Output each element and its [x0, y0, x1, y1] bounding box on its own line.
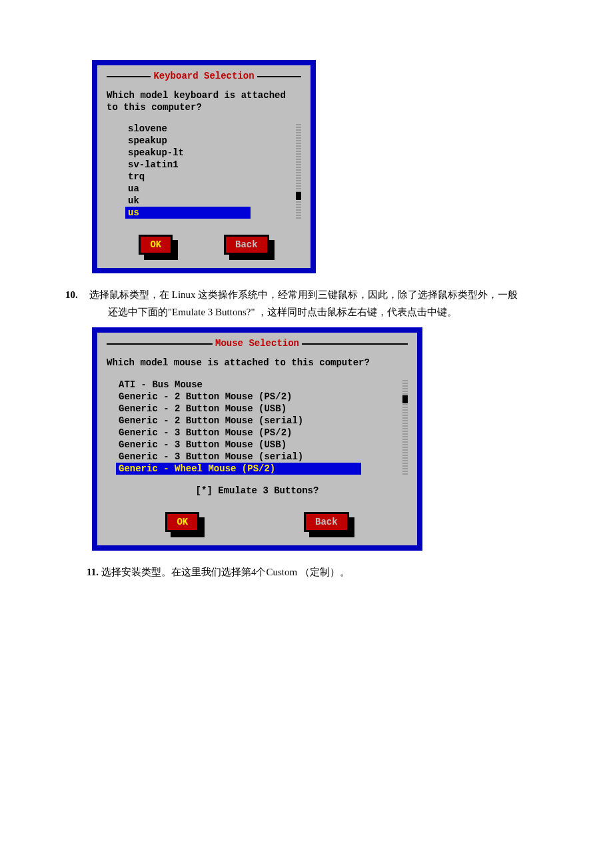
mouse-selection-dialog: Mouse Selection Which model mouse is att… [92, 327, 422, 550]
list-item[interactable]: Generic - 3 Button Mouse (PS/2) [116, 427, 398, 439]
list-item[interactable]: uk [125, 195, 292, 207]
emulate-checkbox-label: [*] Emulate 3 Buttons? [196, 485, 319, 496]
scrollbar-thumb[interactable] [402, 395, 408, 403]
step-11-text: 11.选择安装类型。在这里我们选择第4个Custom （定制）。 [87, 564, 526, 581]
ok-button[interactable]: OK [165, 512, 199, 532]
scrollbar[interactable] [402, 379, 408, 475]
emulate-checkbox[interactable]: [*] Emulate 3 Buttons? [107, 485, 408, 496]
ok-button[interactable]: OK [139, 235, 173, 255]
list-item[interactable]: speakup-lt [125, 147, 292, 159]
back-button-wrap: Back [304, 512, 349, 532]
list-item[interactable]: Generic - 2 Button Mouse (PS/2) [116, 391, 398, 403]
dialog-prompt: Which model keyboard is attached to this… [107, 89, 301, 113]
scrollbar-thumb[interactable] [296, 192, 301, 200]
list-item[interactable]: speakup [125, 135, 292, 147]
step-11-body: 选择安装类型。在这里我们选择第4个Custom （定制）。 [101, 567, 350, 577]
dialog-titlebar: Keyboard Selection [107, 71, 301, 83]
keyboard-selection-dialog: Keyboard Selection Which model keyboard … [92, 60, 316, 273]
list-item[interactable]: sv-latin1 [125, 159, 292, 171]
list-item[interactable]: Generic - 3 Button Mouse (USB) [116, 439, 398, 451]
list-item[interactable]: us [125, 207, 251, 219]
button-row: OK Back [107, 512, 408, 532]
keyboard-list[interactable]: slovenespeakupspeakup-ltsv-latin1trquauk… [125, 123, 292, 219]
dialog-panel: Keyboard Selection Which model keyboard … [97, 65, 310, 268]
dialog-titlebar: Mouse Selection [107, 338, 408, 350]
dialog-title: Keyboard Selection [151, 71, 257, 81]
ok-button-wrap: OK [139, 235, 173, 255]
keyboard-list-wrap: slovenespeakupspeakup-ltsv-latin1trquauk… [107, 123, 301, 219]
ok-button-wrap: OK [165, 512, 199, 532]
list-item[interactable]: Generic - 2 Button Mouse (USB) [116, 403, 398, 415]
dialog-panel: Mouse Selection Which model mouse is att… [97, 333, 417, 545]
step-11-num: 11. [87, 564, 99, 581]
list-item[interactable]: ua [125, 183, 292, 195]
step-10-text: 10.选择鼠标类型，在 Linux 这类操作系统中，经常用到三键鼠标，因此，除了… [87, 287, 526, 321]
list-item[interactable]: slovene [125, 123, 292, 135]
mouse-list-wrap: ATI - Bus MouseGeneric - 2 Button Mouse … [107, 379, 408, 475]
list-item[interactable]: trq [125, 171, 292, 183]
dialog-prompt: Which model mouse is attached to this co… [107, 357, 408, 369]
scrollbar[interactable] [296, 123, 301, 219]
back-button[interactable]: Back [304, 512, 349, 532]
button-row: OK Back [107, 235, 301, 255]
mouse-list[interactable]: ATI - Bus MouseGeneric - 2 Button Mouse … [116, 379, 398, 475]
step-10-body: 选择鼠标类型，在 Linux 这类操作系统中，经常用到三键鼠标，因此，除了选择鼠… [89, 289, 518, 317]
list-item[interactable]: Generic - 3 Button Mouse (serial) [116, 451, 398, 463]
list-item[interactable]: Generic - 2 Button Mouse (serial) [116, 415, 398, 427]
list-item[interactable]: ATI - Bus Mouse [116, 379, 398, 391]
back-button-wrap: Back [224, 235, 269, 255]
dialog-title: Mouse Selection [213, 338, 302, 349]
back-button[interactable]: Back [224, 235, 269, 255]
list-item[interactable]: Generic - Wheel Mouse (PS/2) [116, 463, 361, 475]
